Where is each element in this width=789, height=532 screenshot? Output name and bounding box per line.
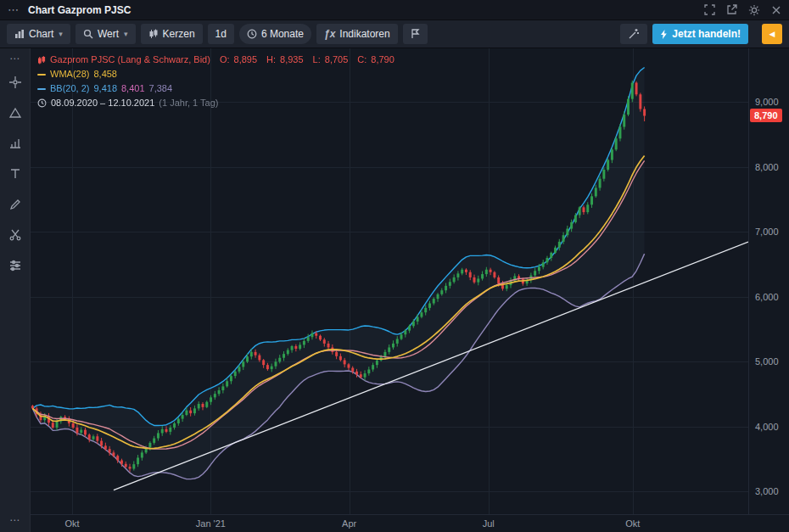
price-axis-label: 4,000 — [755, 422, 779, 432]
legend-bb-row: BB(20, 2) 9,418 8,401 7,384 — [37, 81, 394, 96]
popout-icon[interactable] — [726, 4, 737, 15]
price-axis[interactable]: 8,790 3,0004,0005,0006,0007,0008,0009,00… — [748, 48, 789, 514]
price-axis-label: 5,000 — [755, 356, 779, 367]
time-axis-label: Okt — [65, 518, 80, 529]
text-icon — [8, 167, 22, 181]
time-range-button[interactable]: 6 Monate — [239, 24, 311, 44]
chart-toolbar: Chart ▾ Wert ▾ Kerzen 1d 6 Monate ƒx Ind… — [0, 20, 789, 48]
bb-line-icon — [37, 88, 46, 90]
crosshair-tool[interactable] — [3, 70, 27, 94]
wma-label: WMA(28) — [50, 67, 89, 81]
wma-value: 8,458 — [93, 67, 117, 81]
candlestick-icon — [148, 29, 159, 39]
trade-now-button[interactable]: Jetzt handeln! — [652, 24, 748, 44]
shapes-tool[interactable] — [3, 100, 27, 125]
main-area: ⋯ ⋯ — [0, 48, 789, 532]
legend-series-row: Gazprom PJSC (Lang & Schwarz, Bid) O: 8,… — [37, 53, 394, 67]
ohlc-high-value: 8,935 — [280, 53, 304, 67]
draw-tool[interactable] — [3, 192, 27, 216]
window-menu-icon[interactable]: ⋯ — [8, 3, 20, 16]
remove-tool[interactable] — [3, 222, 27, 247]
price-axis-label: 3,000 — [755, 486, 779, 496]
bb-label: BB(20, 2) — [50, 81, 89, 96]
window-title: Chart Gazprom PJSC — [28, 4, 131, 16]
bar-chart-icon — [14, 29, 25, 39]
analysis-tool[interactable] — [3, 131, 27, 155]
settings-gear-icon[interactable] — [748, 4, 760, 16]
price-axis-label: 7,000 — [755, 227, 779, 237]
fullscreen-icon[interactable] — [704, 4, 715, 15]
bookmark-button[interactable] — [403, 24, 428, 44]
fx-icon: ƒx — [324, 28, 335, 40]
wma-line-icon — [37, 74, 46, 76]
interval-label: 1d — [215, 28, 227, 40]
indicators-button[interactable]: ƒx Indikatoren — [316, 24, 398, 44]
time-axis-label: Apr — [342, 518, 356, 529]
ohlc-close-value: 8,790 — [371, 53, 394, 67]
ohlc-open-value: 8,895 — [234, 53, 258, 67]
time-axis-label: Jan '21 — [196, 518, 226, 529]
legend-wma-row: WMA(28) 8,458 — [37, 67, 394, 81]
title-bar-actions — [704, 4, 781, 16]
interval-button[interactable]: 1d — [208, 24, 234, 44]
ohlc-low-label: L: — [313, 53, 321, 67]
ohlc-low-value: 8,705 — [325, 53, 349, 67]
legend-range-row: 08.09.2020 – 12.10.2021 (1 Jahr, 1 Tag) — [37, 96, 394, 110]
price-axis-label: 6,000 — [755, 292, 779, 302]
chart-region: Gazprom PJSC (Lang & Schwarz, Bid) O: 8,… — [31, 48, 789, 532]
chart-window: ⋯ Chart Gazprom PJSC Chart ▾ Wert — [0, 0, 789, 532]
ohlc-close-label: C: — [357, 53, 367, 67]
price-axis-label: 8,000 — [755, 162, 779, 172]
signal-bars-icon — [8, 137, 22, 150]
bb-lower-value: 7,384 — [149, 81, 173, 96]
instrument-search-button[interactable]: Wert ▾ — [76, 24, 136, 44]
candle-style-label: Kerzen — [163, 28, 195, 40]
bb-upper-value: 9,418 — [93, 81, 117, 96]
date-range-note: (1 Jahr, 1 Tag) — [159, 96, 218, 110]
settings-sliders-tool[interactable] — [3, 253, 27, 277]
time-axis[interactable]: OktJan '21AprJulOkt — [31, 514, 789, 532]
close-icon[interactable] — [771, 5, 781, 15]
chart-settings-button[interactable] — [620, 24, 647, 44]
text-tool[interactable] — [3, 161, 27, 186]
price-chart[interactable] — [31, 48, 748, 514]
crosshair-icon — [8, 76, 22, 89]
tools-more-icon[interactable]: ⋯ — [9, 53, 20, 64]
chart-legend: Gazprom PJSC (Lang & Schwarz, Bid) O: 8,… — [37, 53, 394, 110]
chevron-down-icon: ▾ — [59, 30, 63, 38]
date-range: 08.09.2020 – 12.10.2021 — [51, 96, 154, 110]
clock-icon — [37, 98, 47, 108]
series-icon — [37, 56, 46, 64]
price-axis-label: 9,000 — [755, 97, 779, 107]
bb-mid-value: 8,401 — [121, 81, 145, 96]
time-axis-label: Jul — [483, 518, 495, 529]
last-price-tag: 8,790 — [750, 109, 782, 122]
series-name: Gazprom PJSC (Lang & Schwarz, Bid) — [50, 53, 210, 67]
trade-now-label: Jetzt handeln! — [672, 28, 741, 40]
indicators-label: Indikatoren — [339, 28, 389, 40]
flag-icon — [411, 29, 420, 39]
candle-style-button[interactable]: Kerzen — [141, 24, 203, 44]
title-bar: ⋯ Chart Gazprom PJSC — [0, 0, 789, 20]
pencil-icon — [8, 198, 22, 211]
sliders-icon — [8, 259, 22, 272]
triangle-icon — [8, 106, 22, 120]
collapse-panel-button[interactable]: ◀ — [762, 24, 782, 44]
instrument-search-label: Wert — [98, 28, 119, 40]
clock-icon — [247, 29, 257, 39]
chart-type-label: Chart — [29, 28, 53, 40]
tools-more-bottom-icon[interactable]: ⋯ — [9, 514, 20, 526]
ohlc-open-label: O: — [220, 53, 230, 67]
time-range-label: 6 Monate — [261, 28, 304, 40]
magic-wand-icon — [628, 28, 640, 40]
time-axis-label: Okt — [625, 518, 640, 529]
chart-type-button[interactable]: Chart ▾ — [7, 24, 70, 44]
arrow-left-icon: ◀ — [769, 30, 775, 38]
bolt-icon — [660, 30, 668, 39]
drawing-tools-sidebar: ⋯ ⋯ — [0, 48, 31, 532]
chevron-down-icon: ▾ — [124, 30, 128, 38]
search-icon — [83, 29, 93, 39]
scissors-icon — [8, 228, 22, 242]
ohlc-high-label: H: — [266, 53, 276, 67]
